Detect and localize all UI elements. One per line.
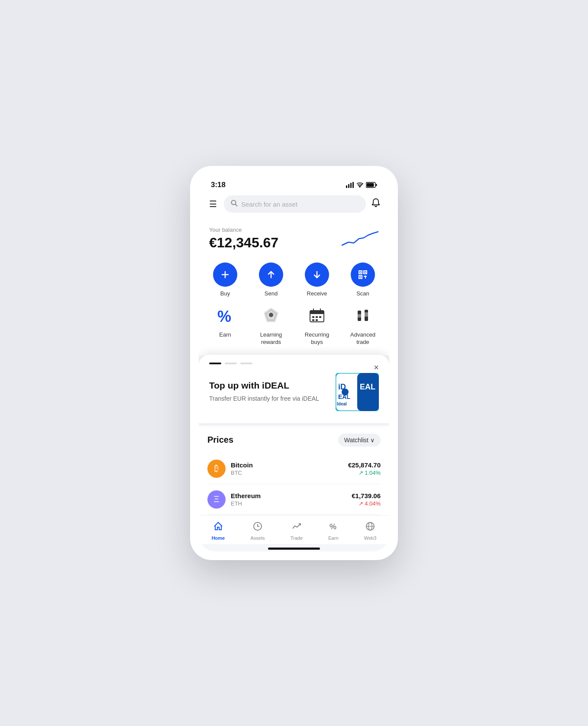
receive-label: Receive bbox=[307, 290, 327, 297]
svg-rect-34 bbox=[312, 319, 314, 321]
svg-text:%: % bbox=[330, 522, 336, 531]
actions-row-2: % Earn Learning rewards bbox=[202, 300, 386, 352]
svg-line-9 bbox=[236, 204, 238, 207]
advanced-trade-icon bbox=[351, 304, 375, 328]
nav-home[interactable]: Home bbox=[205, 520, 232, 542]
ethereum-info: Ethereum ETH bbox=[231, 492, 346, 507]
svg-rect-1 bbox=[348, 184, 349, 188]
promo-modal: × Top up with iDEAL Transfer EUR instant… bbox=[199, 355, 389, 423]
advanced-trade-button[interactable]: Advanced trade bbox=[346, 304, 380, 346]
send-label: Send bbox=[265, 290, 278, 297]
asset-row-bitcoin[interactable]: ₿ Bitcoin BTC €25,874.70 ↗ 1.04% bbox=[207, 454, 381, 484]
send-button[interactable]: Send bbox=[254, 263, 288, 297]
watchlist-button[interactable]: Watchlist ∨ bbox=[338, 434, 381, 447]
svg-rect-2 bbox=[350, 183, 352, 188]
svg-rect-0 bbox=[346, 185, 347, 188]
buy-button[interactable]: Buy bbox=[208, 263, 242, 297]
svg-point-45 bbox=[342, 389, 349, 395]
send-icon bbox=[259, 263, 283, 287]
learning-rewards-icon bbox=[259, 304, 283, 328]
promo-text: Top up with iDEAL Transfer EUR instantly… bbox=[209, 380, 336, 403]
bitcoin-name: Bitcoin bbox=[231, 461, 343, 469]
watchlist-chevron-icon: ∨ bbox=[370, 437, 375, 444]
asset-row-ethereum[interactable]: Ξ Ethereum ETH €1,739.06 ↗ 4.04% bbox=[207, 484, 381, 515]
svg-text:EAL: EAL bbox=[360, 382, 375, 391]
learning-rewards-label: Learning rewards bbox=[254, 331, 288, 346]
recurring-buys-button[interactable]: Recurring buys bbox=[300, 304, 334, 346]
prices-header: Prices Watchlist ∨ bbox=[207, 434, 381, 447]
scan-label: Scan bbox=[356, 290, 369, 297]
nav-assets[interactable]: Assets bbox=[243, 520, 271, 542]
earn-icon: % bbox=[213, 304, 237, 328]
assets-icon bbox=[253, 522, 262, 534]
svg-rect-31 bbox=[312, 316, 314, 318]
bitcoin-icon: ₿ bbox=[207, 460, 226, 478]
status-icons bbox=[346, 182, 377, 188]
search-bar[interactable]: Search for an asset bbox=[224, 195, 366, 213]
bitcoin-value: €25,874.70 bbox=[348, 461, 381, 469]
phone-frame: 3:18 bbox=[190, 166, 398, 560]
prices-section: Prices Watchlist ∨ ₿ Bitcoin BTC €25,874… bbox=[199, 426, 389, 515]
earn-nav-label: Earn bbox=[328, 535, 338, 541]
scan-button[interactable]: Scan bbox=[346, 263, 380, 297]
bottom-navigation: Home Assets Trade % Earn bbox=[199, 515, 389, 544]
wifi-icon bbox=[356, 182, 363, 188]
bitcoin-symbol: BTC bbox=[231, 470, 343, 476]
svg-rect-28 bbox=[310, 311, 324, 314]
app-header: ☰ Search for an asset bbox=[199, 192, 389, 219]
svg-rect-33 bbox=[319, 316, 321, 318]
promo-dots bbox=[209, 363, 379, 364]
svg-rect-32 bbox=[316, 316, 318, 318]
ethereum-icon: Ξ bbox=[207, 490, 226, 509]
svg-text:%: % bbox=[217, 308, 231, 325]
svg-rect-3 bbox=[352, 182, 354, 188]
assets-label: Assets bbox=[250, 535, 265, 541]
search-placeholder: Search for an asset bbox=[241, 201, 297, 208]
svg-rect-7 bbox=[376, 184, 377, 186]
receive-icon bbox=[305, 263, 329, 287]
scan-icon bbox=[351, 263, 375, 287]
bitcoin-info: Bitcoin BTC bbox=[231, 461, 343, 476]
svg-rect-18 bbox=[365, 272, 366, 273]
svg-rect-37 bbox=[358, 314, 361, 318]
svg-point-8 bbox=[232, 201, 236, 205]
svg-rect-6 bbox=[367, 183, 374, 187]
dot-3 bbox=[240, 363, 252, 364]
learning-rewards-button[interactable]: Learning rewards bbox=[254, 304, 288, 346]
notification-bell-icon[interactable] bbox=[371, 198, 381, 210]
dot-1 bbox=[209, 363, 221, 364]
earn-button[interactable]: % Earn bbox=[208, 304, 242, 346]
svg-point-26 bbox=[269, 313, 273, 317]
home-label: Home bbox=[212, 535, 225, 541]
nav-earn[interactable]: % Earn bbox=[321, 520, 345, 542]
promo-content: Top up with iDEAL Transfer EUR instantly… bbox=[209, 373, 379, 411]
svg-rect-41 bbox=[357, 373, 379, 411]
prices-title: Prices bbox=[207, 435, 233, 445]
svg-text:Ideal: Ideal bbox=[337, 402, 347, 406]
balance-amount: €12,345.67 bbox=[209, 235, 278, 251]
search-icon bbox=[231, 200, 238, 208]
buy-icon bbox=[213, 263, 237, 287]
bitcoin-change: ↗ 1.04% bbox=[348, 470, 381, 476]
receive-button[interactable]: Receive bbox=[300, 263, 334, 297]
status-time: 3:18 bbox=[211, 181, 226, 189]
nav-web3[interactable]: Web3 bbox=[357, 520, 384, 542]
nav-trade[interactable]: Trade bbox=[284, 520, 310, 542]
ethereum-symbol: ETH bbox=[231, 500, 346, 507]
menu-icon[interactable]: ☰ bbox=[207, 197, 219, 211]
web3-icon bbox=[365, 522, 375, 534]
bitcoin-price: €25,874.70 ↗ 1.04% bbox=[348, 461, 381, 476]
actions-row-1: Buy Send Receive bbox=[202, 263, 386, 297]
ethereum-name: Ethereum bbox=[231, 492, 346, 499]
recurring-buys-label: Recurring buys bbox=[300, 331, 334, 346]
trade-label: Trade bbox=[291, 535, 303, 541]
balance-label: Your balance bbox=[209, 227, 278, 233]
close-button[interactable]: × bbox=[374, 363, 379, 373]
promo-title: Top up with iDEAL bbox=[209, 380, 336, 391]
status-bar: 3:18 bbox=[199, 175, 389, 192]
watchlist-label: Watchlist bbox=[344, 437, 368, 444]
web3-label: Web3 bbox=[364, 535, 377, 541]
recurring-buys-icon bbox=[305, 304, 329, 328]
buy-label: Buy bbox=[220, 290, 230, 297]
earn-nav-icon: % bbox=[329, 522, 338, 534]
